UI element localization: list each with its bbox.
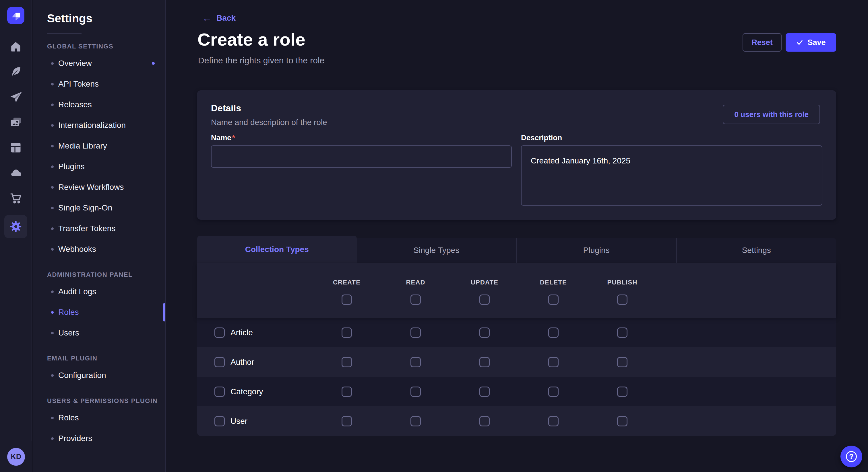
category-publish-checkbox[interactable] [617,386,627,397]
back-link[interactable]: ← Back [202,13,236,23]
select-all-publish-checkbox[interactable] [617,295,627,305]
user-publish-checkbox[interactable] [617,416,627,427]
sidebar-item-label: Webhooks [58,245,96,254]
sidebar-item-overview[interactable]: Overview [33,53,165,74]
checkbox-cell [588,347,657,377]
feather-icon[interactable] [7,64,24,80]
sidebar-item-roles[interactable]: Roles [33,302,165,323]
sidebar-item-audit-logs[interactable]: Audit Logs [33,281,165,302]
sidebar-item-releases[interactable]: Releases [33,94,165,115]
checkbox-cell [519,290,588,310]
row-select-checkbox[interactable] [214,416,225,427]
author-publish-checkbox[interactable] [617,357,627,367]
column-header-delete: DELETE [519,279,588,286]
layout-icon[interactable] [7,139,24,156]
sidebar-item-label: Configuration [58,371,106,380]
category-read-checkbox[interactable] [410,386,421,397]
details-title: Details [211,103,241,113]
settings-gear-icon[interactable] [4,215,27,238]
cart-icon[interactable] [7,190,24,206]
sidebar-item-media-library[interactable]: Media Library [33,136,165,156]
tab-collection-types[interactable]: Collection Types [197,236,357,263]
author-read-checkbox[interactable] [410,357,421,367]
users-with-role-button[interactable]: 0 users with this role [723,105,820,124]
select-all-update-checkbox[interactable] [479,295,490,305]
rail-icon-list [4,38,27,238]
row-select-checkbox[interactable] [214,328,225,338]
author-update-checkbox[interactable] [479,357,490,367]
checkbox-cell [519,406,588,436]
sidebar-item-api-tokens[interactable]: API Tokens [33,74,165,94]
sidebar-item-label: Roles [58,308,79,317]
save-button[interactable]: Save [786,33,836,52]
sidebar-item-label: API Tokens [58,79,99,89]
sidebar-item-label: Single Sign-On [58,203,112,212]
article-update-checkbox[interactable] [479,328,490,338]
checkbox-cell [450,318,519,347]
sidebar-section-header: ADMINISTRATION PANEL [47,271,165,278]
sidebar-item-internationalization[interactable]: Internationalization [33,115,165,136]
tab-settings[interactable]: Settings [676,238,836,263]
home-icon[interactable] [7,38,24,55]
tab-single-types[interactable]: Single Types [357,238,516,263]
sidebar-item-review-workflows[interactable]: Review Workflows [33,177,165,198]
sidebar-item-label: Roles [58,413,79,423]
checkbox-cell [312,347,381,377]
permission-row-article: Article [197,318,836,347]
article-create-checkbox[interactable] [342,328,352,338]
media-library-icon[interactable] [7,114,24,131]
article-publish-checkbox[interactable] [617,328,627,338]
back-arrow-icon: ← [202,13,212,23]
strapi-settings-screen: KD Settings GLOBAL SETTINGSOverviewAPI T… [0,0,868,472]
user-update-checkbox[interactable] [479,416,490,427]
sidebar-section-header: EMAIL PLUGIN [47,355,165,362]
sidebar-section-header: GLOBAL SETTINGS [47,43,165,50]
sidebar-item-label: Review Workflows [58,183,124,192]
sidebar-item-label: Media Library [58,141,107,150]
checkbox-cell [381,290,450,310]
author-create-checkbox[interactable] [342,357,352,367]
select-all-create-checkbox[interactable] [342,295,352,305]
author-delete-checkbox[interactable] [548,357,559,367]
sidebar-item-configuration[interactable]: Configuration [33,365,165,386]
user-delete-checkbox[interactable] [548,416,559,427]
sidebar-item-providers[interactable]: Providers [33,428,165,449]
checkbox-cell [312,318,381,347]
sidebar-item-users[interactable]: Users [33,323,165,343]
user-create-checkbox[interactable] [342,416,352,427]
back-label: Back [216,13,236,23]
sidebar-item-single-sign-on[interactable]: Single Sign-On [33,198,165,218]
sidebar-item-plugins[interactable]: Plugins [33,156,165,177]
row-select-checkbox[interactable] [214,386,225,397]
column-labels: CREATEREADUPDATEDELETEPUBLISH [312,279,657,286]
description-label: Description [521,133,562,142]
article-delete-checkbox[interactable] [548,328,559,338]
checkbox-cell [450,347,519,377]
role-name-input[interactable] [211,145,512,168]
sidebar-item-roles[interactable]: Roles [33,407,165,428]
row-label: Category [230,387,312,396]
reset-button[interactable]: Reset [743,33,782,52]
category-create-checkbox[interactable] [342,386,352,397]
sidebar-item-label: Transfer Tokens [58,224,115,233]
category-update-checkbox[interactable] [479,386,490,397]
article-read-checkbox[interactable] [410,328,421,338]
help-button[interactable]: ? [840,446,862,467]
paper-plane-icon[interactable] [7,89,24,105]
user-read-checkbox[interactable] [410,416,421,427]
role-description-textarea[interactable]: Created January 16th, 2025 [521,145,823,206]
sidebar-item-webhooks[interactable]: Webhooks [33,239,165,260]
strapi-logo[interactable] [7,7,24,24]
checkbox-cell [588,290,657,310]
cloud-icon[interactable] [7,165,24,181]
select-all-read-checkbox[interactable] [410,295,421,305]
row-label: Author [230,358,312,367]
tab-plugins[interactable]: Plugins [516,238,676,263]
row-select-checkbox[interactable] [214,357,225,367]
avatar[interactable]: KD [7,448,25,466]
category-delete-checkbox[interactable] [548,386,559,397]
checkbox-cell [588,377,657,406]
column-header-publish: PUBLISH [588,279,657,286]
sidebar-item-transfer-tokens[interactable]: Transfer Tokens [33,218,165,239]
select-all-delete-checkbox[interactable] [548,295,559,305]
